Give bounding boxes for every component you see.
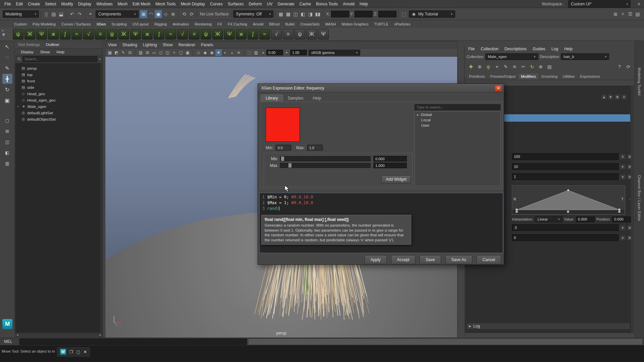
ramp-value-field[interactable]: 0.000 (576, 217, 595, 222)
menubar-item-arnold[interactable]: Arnold (342, 2, 356, 6)
modifier-remove-icon[interactable]: ✕ (621, 94, 627, 100)
xgen-tab-modifiers[interactable]: Modifiers (519, 73, 538, 79)
shelf-icon[interactable]: ψ (107, 29, 117, 40)
use-all-lights-icon[interactable]: ☀ (215, 49, 222, 56)
shelf-tab-fx[interactable]: FX (216, 21, 223, 27)
snap-to-plane-icon[interactable]: ◇ (162, 10, 169, 18)
min-slider-handle[interactable] (281, 157, 284, 161)
panel-layout-icon[interactable]: ⊞ (612, 10, 619, 18)
menubar-item-uv[interactable]: UV (266, 2, 274, 6)
dialog-close-button[interactable]: ✕ (495, 85, 502, 92)
shelf-tab-poly-modeling[interactable]: Poly Modeling (31, 21, 57, 27)
tree-item-local[interactable]: Local (415, 117, 500, 123)
save-as-button[interactable]: Save As (445, 255, 472, 264)
selection-mask-dropdown[interactable]: Components▾ (96, 10, 139, 18)
wireframe-icon[interactable]: ◇ (195, 49, 202, 56)
outliner-item-head-xgen-geo[interactable]: ◇Head_xgen_geo (15, 97, 103, 103)
shelf-icon[interactable]: ≈ (259, 29, 270, 40)
gate-mask-icon[interactable]: ◫ (164, 49, 171, 56)
menubar-item-file[interactable]: File (3, 2, 12, 6)
menubar-item-edit[interactable]: Edit (15, 2, 24, 6)
menubar-item-mesh-display[interactable]: Mesh Display (180, 2, 206, 6)
menubar-item-deform[interactable]: Deform (248, 2, 263, 6)
modifier-field-5[interactable]: 0 (512, 234, 619, 241)
textured-icon[interactable]: ◉ (209, 49, 215, 56)
ipr-render-icon[interactable]: ▩ (284, 10, 292, 18)
xgen-create-description-icon[interactable]: ✚ (467, 63, 475, 71)
menubar-item-mesh-tools[interactable]: Mesh Tools (155, 2, 177, 6)
menubar-item-help[interactable]: Help (359, 2, 369, 6)
dock-tab-channel-box[interactable]: Channel Box / Layer Editor (637, 175, 641, 222)
isolate-select-icon[interactable]: ⬚ (246, 49, 253, 56)
shelf-tab-custom[interactable]: Custom (13, 21, 28, 27)
xgen-clear-preview-icon[interactable]: ⊗ (537, 63, 544, 71)
xgen-tab-utilities[interactable]: Utilities (560, 73, 577, 79)
select-camera-icon[interactable]: ▦ (107, 49, 113, 56)
shelf-icon[interactable]: ψ (294, 29, 305, 40)
outliner-search-input[interactable] (23, 56, 97, 62)
redo-icon[interactable]: ↷ (76, 10, 83, 18)
menubar-item-curves[interactable]: Curves (209, 2, 224, 6)
shelf-tab-motion-graphics[interactable]: Motion Graphics (340, 21, 370, 27)
modifier-add-icon[interactable]: ✚ (614, 94, 620, 100)
xgen-tab-preview-output[interactable]: Preview/Output (488, 73, 518, 79)
panel-vscrollbar[interactable] (631, 86, 633, 333)
resolution-gate-icon[interactable]: ◻ (158, 49, 164, 56)
expand-toggle-icon[interactable]: ＋ (16, 104, 20, 109)
dialog-tab-library[interactable]: Library (261, 95, 283, 102)
shelf-icon[interactable]: Ж (118, 29, 129, 40)
colorspace-dropdown[interactable]: sRGB gamma ▾ (309, 50, 360, 56)
exposure-field[interactable]: 0.00 (266, 50, 283, 55)
gamma-icon[interactable]: ◓ (283, 49, 290, 56)
shelf-tab-bullet[interactable]: Bullet (284, 21, 296, 27)
xray-icon[interactable]: ▨ (253, 49, 259, 56)
field-expression-icon[interactable]: ▾ (620, 225, 626, 231)
menubar-item-create[interactable]: Create (27, 2, 41, 6)
viewport-menu-view[interactable]: View (108, 43, 117, 47)
highlight-icon[interactable]: ⬚ (400, 10, 408, 18)
xgen-tab-grooming[interactable]: Grooming (539, 73, 560, 79)
shelf-icon[interactable]: Ψ (130, 29, 141, 40)
scroll-left-icon[interactable]: ◄ (16, 334, 19, 337)
ao-icon[interactable]: ◒ (229, 49, 235, 56)
modifier-field-3[interactable]: 1 (512, 173, 619, 180)
move-tool-icon[interactable]: ╋ (2, 74, 12, 84)
menu-set-dropdown[interactable]: Modeling▾ (3, 10, 39, 18)
shelf-tab-bifrost[interactable]: Bifrost (268, 21, 281, 27)
shelf-prev-icon[interactable]: ▴ (2, 28, 5, 32)
snap-to-grid-icon[interactable]: ⊞ (140, 10, 147, 18)
shelf-icon[interactable]: ж (142, 29, 153, 40)
viewport-menu-lighting[interactable]: Lighting (143, 43, 157, 47)
x-input[interactable] (331, 11, 349, 17)
gamma-field[interactable]: 1.00 (290, 50, 307, 55)
swatch-min-value[interactable]: 0.0 (276, 145, 291, 150)
xgen-export-icon[interactable]: ▤ (546, 63, 553, 71)
xgen-cut-icon[interactable]: ✂ (520, 63, 527, 71)
viewport-menu-renderer[interactable]: Renderer (178, 43, 195, 47)
mel-command-input[interactable] (19, 339, 247, 345)
grid-toggle-icon[interactable]: ⌗ (619, 10, 627, 18)
ramp-expand-icon[interactable]: › (629, 197, 630, 201)
shelf-icon[interactable]: ψ (13, 29, 23, 40)
maximize-window-icon[interactable]: ▢ (76, 350, 80, 354)
min-slider[interactable] (280, 156, 371, 161)
save-scene-icon[interactable]: ⬓ (57, 10, 65, 18)
shelf-icon[interactable]: ∫ (248, 29, 258, 40)
max-slider[interactable] (280, 163, 371, 168)
persp-outliner-layout-icon[interactable]: ◫ (2, 137, 12, 147)
max-slider-handle[interactable] (288, 163, 291, 168)
snap-to-point-icon[interactable]: ◉ (155, 10, 162, 18)
apply-button[interactable]: Apply (365, 255, 387, 264)
menubar-item-edit-mesh[interactable]: Edit Mesh (131, 2, 151, 6)
xgen-tab-expressions[interactable]: Expressions (578, 73, 602, 79)
shelf-icon[interactable]: ≡ (283, 29, 293, 40)
shelf-icon[interactable]: √ (83, 29, 94, 40)
expression-color-swatch[interactable] (266, 108, 300, 142)
shelf-icon[interactable]: ≈ (165, 29, 176, 40)
xgen-sculpt-icon[interactable]: ✎ (502, 63, 509, 71)
dock-tab-modeling-toolkit[interactable]: Modeling Toolkit (637, 68, 641, 96)
xgen-menu-log[interactable]: Log (550, 47, 559, 51)
menubar-item-bonus-tools[interactable]: Bonus Tools (315, 2, 339, 6)
menubar-item-mesh[interactable]: Mesh (117, 2, 128, 6)
field-chart-icon[interactable]: ⌗ (171, 49, 177, 56)
